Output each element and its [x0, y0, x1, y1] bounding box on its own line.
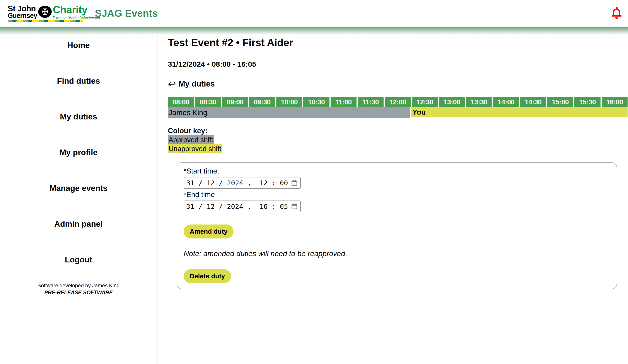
- sidebar-item-logout[interactable]: Logout: [65, 255, 92, 265]
- software-credit: Software developed by James King: [37, 283, 120, 289]
- timeline-time-cell: 08:00: [168, 97, 194, 107]
- logo-top-row: St John Guernsey ✠ Charity Training - Yo…: [8, 4, 83, 19]
- timeline-time-cell: 10:30: [303, 97, 329, 107]
- end-time-label: *End time: [184, 191, 610, 199]
- timeline-time-cell: 14:00: [493, 97, 519, 107]
- amend-duty-panel: *Start time: 31 / 12 / 2024 , 12 : 00 *E…: [177, 162, 617, 289]
- timeline-time-cell: 09:00: [222, 97, 248, 107]
- timeline-time-cell: 10:00: [276, 97, 302, 107]
- timeline-time-cell: 09:30: [249, 97, 275, 107]
- timeline-time-cell: 08:30: [195, 97, 221, 107]
- logo-stripe: [8, 20, 83, 22]
- timeline-shift-row: James King You: [168, 107, 628, 118]
- sidebar-item-my-profile[interactable]: My profile: [60, 147, 98, 157]
- sidebar-item-my-duties[interactable]: My duties: [60, 112, 97, 122]
- top-bar: St John Guernsey ✠ Charity Training - Yo…: [0, 0, 628, 27]
- event-date-time: 31/12/2024 • 08:00 - 16:05: [168, 60, 628, 69]
- amend-duty-button[interactable]: Amend duty: [184, 224, 234, 238]
- end-time-value[interactable]: 31 / 12 / 2024 , 16 : 05: [186, 203, 288, 210]
- timeline-time-cell: 12:30: [412, 97, 438, 107]
- logo-name-line2: Guernsey: [8, 12, 37, 19]
- maltese-cross-glyph: ✠: [41, 7, 49, 17]
- back-to-my-duties-link[interactable]: ↩ My duties: [168, 79, 215, 88]
- unapproved-shift-segment[interactable]: You: [411, 107, 628, 117]
- start-time-value[interactable]: 31 / 12 / 2024 , 12 : 00: [186, 179, 288, 187]
- sidebar-nav: Home Find duties My duties My profile Ma…: [0, 27, 157, 364]
- colour-key: Colour key: Approved shift Unapproved sh…: [168, 126, 628, 153]
- st-john-guernsey-charity-logo[interactable]: St John Guernsey ✠ Charity Training - Yo…: [8, 4, 83, 22]
- logo-name-block: St John Guernsey: [8, 5, 37, 19]
- delete-duty-button[interactable]: Delete duty: [184, 269, 231, 283]
- sidebar-item-manage-events[interactable]: Manage events: [50, 183, 107, 193]
- app-title: SJAG Events: [95, 7, 158, 19]
- start-time-label: *Start time:: [184, 167, 610, 175]
- end-time-input[interactable]: 31 / 12 / 2024 , 16 : 05: [184, 201, 301, 212]
- logo-charity-block: Charity Training - Youth - Volunteering: [53, 4, 100, 19]
- timeline-time-cell: 13:30: [466, 97, 492, 107]
- colour-key-heading: Colour key:: [168, 126, 628, 135]
- timeline-time-cell: 11:00: [330, 97, 357, 107]
- timeline-time-cell: 15:30: [574, 97, 600, 107]
- calendar-picker-icon[interactable]: [291, 203, 298, 210]
- sidebar-footer: Software developed by James King PRE-REL…: [37, 283, 120, 295]
- reapproval-note: Note: amended duties will need to be rea…: [184, 249, 610, 258]
- start-time-input[interactable]: 31 / 12 / 2024 , 12 : 00: [184, 177, 301, 189]
- colour-key-approved: Approved shift: [168, 135, 214, 144]
- calendar-picker-icon[interactable]: [291, 180, 298, 186]
- back-link-label: My duties: [179, 79, 215, 88]
- page-title: Test Event #2 • First Aider: [168, 37, 628, 49]
- maltese-cross-icon: ✠: [38, 6, 52, 18]
- sidebar-item-home[interactable]: Home: [67, 40, 90, 50]
- logo-tagline: Training - Youth - Volunteering: [53, 15, 100, 19]
- main-content: Test Event #2 • First Aider 31/12/2024 •…: [157, 27, 628, 364]
- logo-charity-text: Charity: [53, 4, 100, 15]
- sidebar-item-find-duties[interactable]: Find duties: [57, 76, 100, 86]
- timeline-header-row: 08:00 08:30 09:00 09:30 10:00 10:30 11:0…: [168, 97, 628, 107]
- logo-name-line1: St John: [8, 5, 37, 12]
- pre-release-notice: PRE-RELEASE SOFTWARE: [37, 290, 120, 295]
- page-layout: Home Find duties My duties My profile Ma…: [0, 27, 628, 364]
- return-arrow-icon: ↩: [168, 80, 176, 88]
- timeline-time-cell: 16:00: [602, 97, 628, 107]
- timeline-time-cell: 15:00: [547, 97, 573, 107]
- timeline-time-cell: 13:00: [439, 97, 465, 107]
- timeline-time-cell: 14:30: [520, 97, 546, 107]
- approved-shift-segment[interactable]: James King: [168, 107, 410, 118]
- colour-key-unapproved: Unapproved shift: [168, 144, 222, 153]
- notification-bell-icon[interactable]: [612, 6, 622, 20]
- sidebar-item-admin-panel[interactable]: Admin panel: [54, 219, 103, 229]
- timeline-time-cell: 12:00: [385, 97, 411, 107]
- duty-timeline: 08:00 08:30 09:00 09:30 10:00 10:30 11:0…: [168, 97, 628, 118]
- timeline-time-cell: 11:30: [358, 97, 384, 107]
